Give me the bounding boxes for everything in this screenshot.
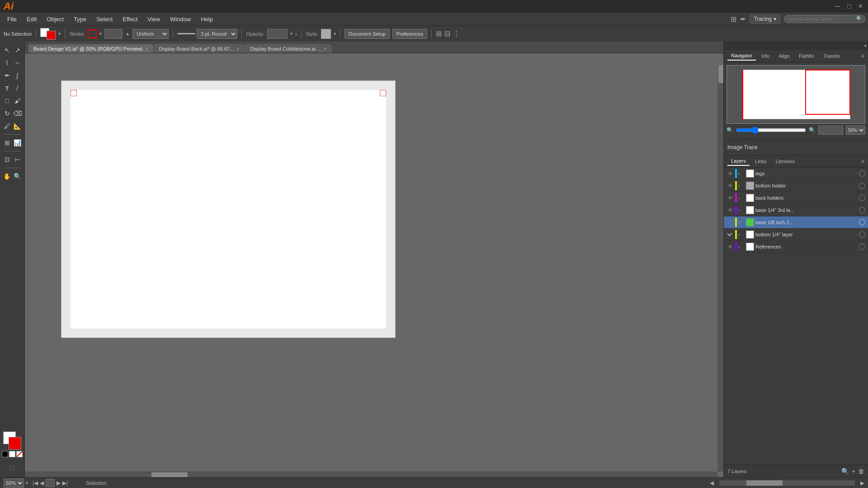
zoom-select[interactable]: 50%: [4, 479, 24, 488]
rotate-tool[interactable]: ↻: [2, 108, 12, 119]
stroke-type-dropdown[interactable]: Uniform: [132, 29, 169, 39]
layer-item-base-3rd[interactable]: 👁 › base 1/4" 3rd la...: [724, 204, 868, 216]
layer-vis-base-3rd[interactable]: 👁: [726, 206, 734, 214]
layer-target-bottom-holder[interactable]: [859, 183, 865, 189]
hscroll-bottom-thumb[interactable]: [746, 480, 783, 486]
layer-expand-bottom-quarter[interactable]: ›: [738, 232, 745, 237]
delete-layer-btn[interactable]: 🗑: [858, 468, 864, 475]
layer-item-legs[interactable]: 👁 › legs: [724, 168, 868, 180]
fill-dropdown[interactable]: ▾: [58, 31, 61, 36]
menu-type[interactable]: Type: [69, 14, 91, 24]
page-number-input[interactable]: 1: [46, 479, 55, 487]
menu-help[interactable]: Help: [196, 14, 217, 24]
nav-viewport-box[interactable]: [805, 70, 850, 115]
first-page-btn[interactable]: |◀: [33, 480, 38, 486]
search-input[interactable]: [784, 15, 865, 23]
zoom-dropdown[interactable]: 50%: [846, 126, 865, 135]
paintbrush-tool[interactable]: 🖌: [13, 95, 22, 107]
stroke-up-btn[interactable]: ▲: [125, 31, 130, 36]
document-setup-button[interactable]: Document Setup: [344, 29, 390, 39]
search-layer-btn[interactable]: 🔍: [841, 468, 849, 475]
layer-expand-references[interactable]: ›: [738, 244, 745, 249]
curvature-tool[interactable]: ∫: [13, 70, 22, 81]
layer-item-bottom-quarter[interactable]: › bottom 1/4" layer: [724, 229, 868, 241]
align-icon[interactable]: ⊟: [444, 29, 450, 38]
line-tool[interactable]: /: [13, 82, 22, 94]
tracing-button[interactable]: Tracing ▾: [750, 14, 780, 23]
layer-expand-base-1-8[interactable]: ›: [738, 220, 745, 225]
nav-tab-info[interactable]: Info: [758, 52, 773, 60]
layer-vis-base-1-8[interactable]: [726, 219, 734, 226]
layer-target-base-3rd[interactable]: [859, 207, 865, 213]
close-button[interactable]: ×: [857, 2, 864, 10]
hand-tool[interactable]: ✋: [2, 170, 12, 182]
preferences-button[interactable]: Preferences: [392, 29, 427, 39]
opacity-input[interactable]: 100%: [267, 29, 288, 39]
style-dropdown[interactable]: ▾: [334, 31, 336, 36]
screen-mode-btn[interactable]: ⬛: [3, 462, 21, 474]
fill-stroke-swatches[interactable]: [40, 28, 56, 40]
zoom-input[interactable]: 50%: [818, 126, 843, 135]
slice-tool[interactable]: ⊢: [13, 154, 22, 165]
opacity-more-btn[interactable]: ›: [295, 30, 297, 38]
nav-tab-align[interactable]: Align: [775, 52, 793, 60]
none-color-btn[interactable]: [16, 451, 23, 457]
add-layer-btn[interactable]: +: [852, 468, 855, 475]
stroke-style-dropdown[interactable]: 3 pt. Round: [197, 29, 237, 39]
prev-page-btn[interactable]: ◀: [40, 480, 44, 486]
menu-effect[interactable]: Effect: [118, 14, 142, 24]
nav-tab-navigator[interactable]: Navigator: [727, 52, 756, 61]
nav-preview[interactable]: [726, 65, 865, 124]
stroke-width-input[interactable]: 1 pt: [104, 29, 123, 39]
layer-item-base-1-8[interactable]: › base 1/8 inch 2...: [724, 216, 868, 229]
layers-tab-links[interactable]: Links: [751, 157, 770, 165]
warp-tool[interactable]: ⌇: [2, 57, 12, 69]
layer-expand-back-holders[interactable]: ›: [738, 196, 745, 201]
free-transform-tool[interactable]: ↔: [13, 57, 22, 69]
eraser-tool[interactable]: ⌫: [13, 108, 22, 119]
direct-selection-tool[interactable]: ↗: [13, 44, 22, 56]
swap-colors-btn[interactable]: [2, 451, 8, 457]
scroll-right-btn[interactable]: ▶: [860, 480, 864, 486]
symbol-tool[interactable]: ⊞: [2, 137, 12, 149]
arrange-icons[interactable]: ⊞: [436, 29, 442, 38]
minimize-button[interactable]: ─: [833, 2, 842, 10]
tab-close-1[interactable]: ×: [236, 47, 239, 52]
selection-tool[interactable]: ↖: [2, 44, 12, 56]
next-page-btn[interactable]: ▶: [57, 480, 61, 486]
tab-close-2[interactable]: ×: [324, 47, 326, 52]
document-canvas[interactable]: [61, 80, 396, 338]
stroke-dropdown[interactable]: ▾: [99, 31, 102, 36]
last-page-btn[interactable]: ▶|: [62, 480, 68, 486]
layer-vis-references[interactable]: 👁: [726, 243, 734, 250]
menu-window[interactable]: Window: [165, 14, 195, 24]
layer-expand-base-3rd[interactable]: ›: [738, 208, 745, 213]
layer-target-bottom-quarter[interactable]: [859, 231, 865, 238]
layer-target-back-holders[interactable]: [859, 195, 865, 201]
layer-item-back-holders[interactable]: 👁 › back holders: [724, 192, 868, 204]
layer-item-references[interactable]: 👁 › References: [724, 241, 868, 253]
menu-view[interactable]: View: [143, 14, 165, 24]
menu-file[interactable]: File: [3, 14, 21, 24]
default-colors-btn[interactable]: [9, 451, 15, 457]
opacity-dropdown[interactable]: ▾: [290, 31, 292, 36]
nav-tab-pathfinder[interactable]: Pathfin: [795, 52, 818, 60]
foreground-swatch[interactable]: [9, 437, 21, 450]
menu-object[interactable]: Object: [42, 14, 68, 24]
graph-tool[interactable]: 📊: [13, 137, 22, 149]
menu-edit[interactable]: Edit: [22, 14, 41, 24]
layer-target-legs[interactable]: [859, 170, 865, 177]
layer-target-base-1-8[interactable]: [859, 219, 865, 225]
pen-tool[interactable]: ✒: [2, 70, 12, 81]
nav-tabs-menu[interactable]: ≡: [861, 53, 864, 59]
tab-0[interactable]: Board Design V2.ai* @ 50% (RGB/GPU Previ…: [28, 44, 153, 53]
zoom-tool[interactable]: 🔍: [13, 170, 22, 182]
layer-vis-back-holders[interactable]: 👁: [726, 194, 734, 202]
rectangle-tool[interactable]: □: [2, 95, 12, 107]
maximize-button[interactable]: □: [845, 3, 853, 10]
vertical-scrollbar[interactable]: [718, 65, 723, 472]
type-tool[interactable]: T: [2, 82, 12, 94]
layer-expand-legs[interactable]: ›: [738, 171, 745, 176]
hscroll-thumb[interactable]: [151, 472, 188, 477]
eyedropper-tool[interactable]: 🖊: [2, 120, 12, 132]
